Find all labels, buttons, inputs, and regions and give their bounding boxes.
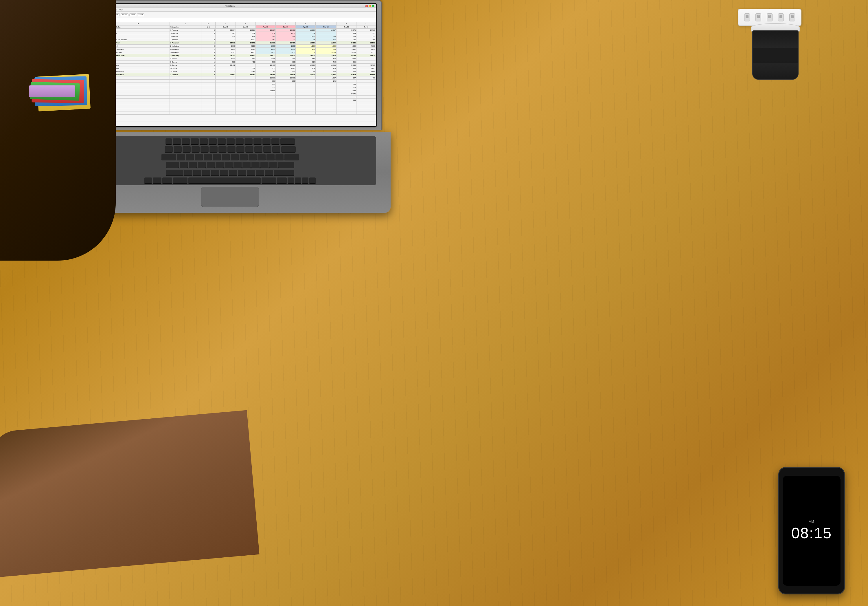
key-shift-l[interactable] <box>166 170 183 176</box>
key-o[interactable] <box>248 154 257 160</box>
cell-jan16[interactable] <box>236 105 256 108</box>
cell-may16[interactable] <box>315 89 336 92</box>
key-1[interactable] <box>174 146 182 152</box>
cell-apr16[interactable]: 13,904 <box>296 73 315 76</box>
table-row[interactable]: 25 <box>84 102 376 105</box>
cell-mar16[interactable] <box>276 92 296 96</box>
table-row[interactable]: 335246Payroll taxes1-Personal03453541541… <box>84 32 376 35</box>
cell-feb16[interactable] <box>256 108 276 112</box>
cell-jun16[interactable]: 20,775 <box>336 92 356 96</box>
cell-feb16[interactable] <box>256 99 276 102</box>
cell-apr16[interactable]: 34 <box>296 70 315 73</box>
key-control[interactable] <box>153 177 161 184</box>
cell-feb16[interactable]: 10,000 <box>256 54 276 57</box>
cell-may16[interactable]: 543 <box>315 35 336 38</box>
cell-mar16[interactable]: 90 <box>276 38 296 41</box>
cell-jun16[interactable]: 1,500 <box>336 45 356 48</box>
cell-feb16[interactable]: 12,416 <box>256 73 276 76</box>
cell-unit[interactable] <box>202 92 215 96</box>
cell-feb16[interactable]: 3,000 <box>256 48 276 51</box>
cell-unit[interactable]: 0 <box>202 70 215 73</box>
cell-jun16[interactable]: 764 <box>336 35 356 38</box>
cell-jul16[interactable] <box>356 86 376 89</box>
cell-cat[interactable] <box>169 92 201 96</box>
key-f9[interactable] <box>245 138 253 145</box>
cell-apr16[interactable]: 23 <box>296 38 315 41</box>
cell-dec15[interactable] <box>215 83 236 86</box>
cell-jan16[interactable]: 19,330 <box>236 73 256 76</box>
cell-unit[interactable]: 0 <box>202 32 215 35</box>
cell-apr16[interactable] <box>296 76 315 79</box>
table-row[interactable]: 2220,775 <box>84 92 376 96</box>
table-row[interactable]: 23- <box>84 96 376 99</box>
table-row[interactable]: 24764 <box>84 99 376 102</box>
cell-name[interactable]: Web Research <box>107 45 169 48</box>
cell-may16[interactable]: 425 <box>315 67 336 70</box>
cell-jun16[interactable] <box>336 79 356 83</box>
table-row[interactable]: 623674Personnel Total1-Personal112,90016… <box>84 41 376 45</box>
close-button[interactable] <box>366 5 368 7</box>
cell-cat[interactable] <box>169 112 201 115</box>
key-w[interactable] <box>186 154 194 160</box>
cell-may16[interactable] <box>315 96 336 99</box>
cell-jun16[interactable] <box>336 102 356 105</box>
cell-unit[interactable] <box>202 108 215 112</box>
table-row[interactable]: 20356678 <box>84 86 376 89</box>
cell-jun16[interactable] <box>336 105 356 108</box>
cell-mar16[interactable]: 432 <box>276 57 296 61</box>
cell-apr16[interactable]: 234 <box>296 67 315 70</box>
cell-unit[interactable]: 2 <box>202 67 215 70</box>
cell-dec15[interactable]: 6,000 <box>215 45 236 48</box>
cell-cat[interactable] <box>169 105 201 108</box>
key-delete[interactable] <box>281 138 295 145</box>
table-row[interactable]: 476745Salaries1-Personal15214341785191,8… <box>84 35 376 38</box>
cell-name[interactable]: Newspaper Advertising <box>107 70 169 73</box>
key-fn[interactable] <box>144 177 152 184</box>
key-cmd-l[interactable] <box>173 177 188 184</box>
cell-feb16[interactable]: 15,611 <box>256 89 276 92</box>
cell-jan16[interactable]: 4,900 <box>236 51 256 54</box>
cell-cat[interactable] <box>169 89 201 92</box>
key-tilde[interactable] <box>164 146 173 152</box>
table-row[interactable]: 810567Independent Research2-Marketing12,… <box>84 48 376 51</box>
cell-mar16[interactable]: 519 <box>276 35 296 38</box>
cell-name[interactable] <box>107 96 169 99</box>
key-a[interactable] <box>180 162 188 168</box>
cell-apr16[interactable] <box>296 96 315 99</box>
cell-apr16[interactable] <box>296 102 315 105</box>
cell-jul16[interactable]: 4,600 <box>356 45 376 48</box>
cell-apr16[interactable]: 18,639 <box>296 41 315 45</box>
cell-jan16[interactable] <box>236 112 256 115</box>
key-3[interactable] <box>192 146 200 152</box>
cell-unit[interactable]: 0 <box>202 51 215 54</box>
cell-jan16[interactable] <box>236 108 256 112</box>
table-row[interactable]: 1606342Communication Total3-Commu412,662… <box>84 73 376 76</box>
cell-jun16[interactable]: 25,326 <box>336 41 356 45</box>
cell-jun16[interactable]: 20,775 <box>336 29 356 32</box>
cell-jan16[interactable]: 532 <box>236 67 256 70</box>
cell-may16[interactable]: 145 <box>315 79 336 83</box>
cell-cat[interactable] <box>169 108 201 112</box>
cell-jan16[interactable] <box>236 89 256 92</box>
cell-apr16[interactable]: 12,890 <box>296 64 315 67</box>
cell-jun16[interactable]: 2,466 <box>336 57 356 61</box>
cell-dec15[interactable]: 12,662 <box>215 73 236 76</box>
cell-dec15[interactable] <box>215 86 236 89</box>
cell-jul16[interactable]: 15,074 <box>356 54 376 57</box>
cell-mar16[interactable] <box>276 86 296 89</box>
cell-jan16[interactable] <box>236 64 256 67</box>
key-j[interactable] <box>234 162 242 168</box>
cell-dec15[interactable] <box>215 99 236 102</box>
cell-jan16[interactable]: 1,243 <box>236 70 256 73</box>
cell-jul16[interactable] <box>356 89 376 92</box>
cell-cat[interactable]: 3-Commu <box>169 57 201 61</box>
cell-jan16[interactable] <box>236 96 256 99</box>
cell-mar16[interactable] <box>276 89 296 92</box>
style-good[interactable]: Good <box>129 13 136 16</box>
key-b[interactable] <box>220 170 228 176</box>
cell-apr16[interactable]: 534 <box>296 32 315 35</box>
cell-may16[interactable] <box>315 86 336 89</box>
key-q[interactable] <box>177 154 185 160</box>
cell-mar16[interactable]: 14,093 <box>276 64 296 67</box>
cell-name[interactable]: Direct Marketing <box>107 67 169 70</box>
